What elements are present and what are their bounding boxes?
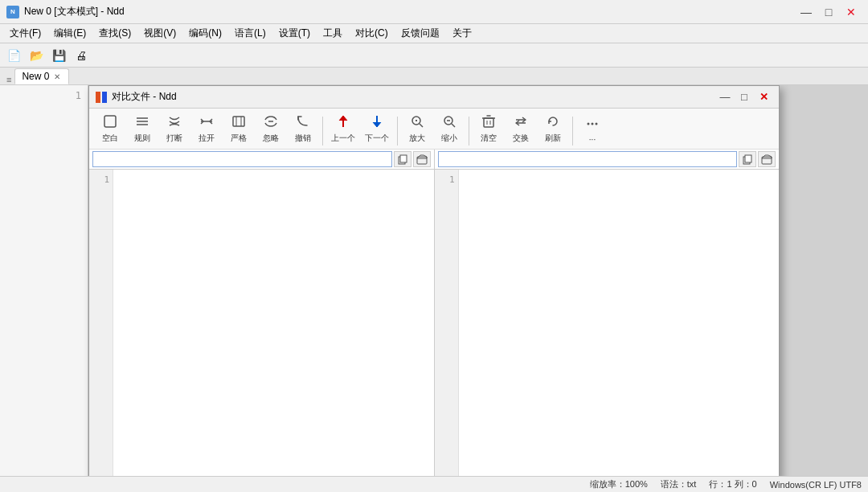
svg-line-23 xyxy=(452,124,455,127)
tab-bar: ≡ New 0 ✕ xyxy=(0,68,868,85)
minimize-button[interactable]: — xyxy=(796,4,817,20)
menu-settings[interactable]: 设置(T) xyxy=(272,25,317,42)
toolbar-separator-4 xyxy=(572,117,573,146)
svg-point-29 xyxy=(588,123,590,125)
tool-undo[interactable]: 撤销 xyxy=(289,112,317,146)
menu-file[interactable]: 文件(F) xyxy=(3,25,47,42)
open-file-button[interactable]: 📂 xyxy=(26,46,47,65)
status-position: 行：1 列：0 xyxy=(709,478,756,490)
tool-strict[interactable]: 严格 xyxy=(224,112,253,146)
ignore-icon xyxy=(263,113,279,132)
zoom-out-icon xyxy=(441,113,457,132)
right-file-input[interactable] xyxy=(438,151,738,167)
line-number-1: 1 xyxy=(3,88,84,103)
left-diff-line-nums: 1 xyxy=(89,170,113,476)
tool-expand[interactable]: 拉开 xyxy=(192,112,221,146)
dialog-minimize-button[interactable]: — xyxy=(716,90,734,105)
svg-point-30 xyxy=(592,123,594,125)
tool-swap[interactable]: 交换 xyxy=(506,112,535,146)
left-file-input[interactable] xyxy=(92,151,392,167)
file-inputs-area xyxy=(89,150,779,170)
svg-rect-34 xyxy=(417,157,427,164)
tab-hamburger-icon[interactable]: ≡ xyxy=(6,75,11,84)
menu-compare[interactable]: 对比(C) xyxy=(349,25,395,42)
tab-new0[interactable]: New 0 ✕ xyxy=(14,68,69,84)
right-diff-text[interactable] xyxy=(459,170,780,476)
menu-view[interactable]: 视图(V) xyxy=(137,25,182,42)
tool-zoom-in-label: 放大 xyxy=(409,133,425,144)
svg-rect-36 xyxy=(745,155,751,162)
tool-break-label: 打断 xyxy=(166,133,182,144)
next-icon xyxy=(369,113,385,132)
swap-icon xyxy=(513,113,529,132)
close-button[interactable]: ✕ xyxy=(841,4,862,20)
maximize-button[interactable]: □ xyxy=(818,4,839,20)
tool-more-label: ··· xyxy=(589,135,596,144)
tool-strict-label: 严格 xyxy=(231,133,247,144)
tool-refresh-label: 刷新 xyxy=(545,133,561,144)
app-toolbar: 📄 📂 💾 🖨 xyxy=(0,43,868,68)
tool-rules-label: 规则 xyxy=(134,133,150,144)
left-file-open-btn[interactable] xyxy=(413,151,431,167)
left-diff-pane: 1 xyxy=(89,170,435,476)
right-file-copy-btn[interactable] xyxy=(739,151,756,167)
tool-clear[interactable]: 清空 xyxy=(474,112,503,146)
tool-prev-label: 上一个 xyxy=(331,133,355,144)
svg-rect-2 xyxy=(104,116,116,127)
menu-feedback[interactable]: 反馈问题 xyxy=(395,25,446,42)
break-icon xyxy=(166,113,182,132)
menu-language[interactable]: 语言(L) xyxy=(228,25,272,42)
app-window: N New 0 [文本模式] - Ndd — □ ✕ 文件(F) 编辑(E) 查… xyxy=(0,0,868,492)
tool-blank[interactable]: 空白 xyxy=(96,112,125,146)
tool-more[interactable]: ··· xyxy=(578,114,607,146)
tool-zoom-in[interactable]: 放大 xyxy=(403,112,432,146)
svg-rect-1 xyxy=(102,92,107,103)
tool-break[interactable]: 打断 xyxy=(160,112,189,146)
status-language: 语法：txt xyxy=(661,478,697,490)
app-icon: N xyxy=(6,6,19,18)
tool-blank-label: 空白 xyxy=(102,133,118,144)
svg-rect-37 xyxy=(762,157,772,164)
clear-icon xyxy=(481,113,497,132)
status-zoom: 缩放率：100% xyxy=(590,478,648,490)
dialog-title-bar: 对比文件 - Ndd — □ ✕ xyxy=(89,86,779,109)
tool-refresh[interactable]: 刷新 xyxy=(538,112,567,146)
dialog-close-button[interactable]: ✕ xyxy=(755,90,772,105)
tab-new0-label: New 0 xyxy=(22,71,49,82)
dialog-maximize-button[interactable]: □ xyxy=(735,90,753,105)
print-button[interactable]: 🖨 xyxy=(71,46,92,65)
toolbar-separator-2 xyxy=(397,117,398,146)
right-line-num-1: 1 xyxy=(435,173,458,187)
tool-zoom-out[interactable]: 缩小 xyxy=(435,112,464,146)
tool-prev[interactable]: 上一个 xyxy=(328,112,358,146)
left-file-copy-btn[interactable] xyxy=(394,151,411,167)
right-file-open-btn[interactable] xyxy=(758,151,776,167)
expand-icon xyxy=(199,113,215,132)
tool-next-label: 下一个 xyxy=(365,133,389,144)
menu-bar: 文件(F) 编辑(E) 查找(S) 视图(V) 编码(N) 语言(L) 设置(T… xyxy=(0,24,868,43)
menu-about[interactable]: 关于 xyxy=(446,25,478,42)
dialog-controls: — □ ✕ xyxy=(716,90,772,105)
menu-edit[interactable]: 编辑(E) xyxy=(47,25,92,42)
menu-encode[interactable]: 编码(N) xyxy=(182,25,228,42)
tool-rules[interactable]: 规则 xyxy=(128,112,157,146)
tab-new0-close[interactable]: ✕ xyxy=(52,72,62,81)
left-editor-panel: 1 xyxy=(0,85,88,476)
menu-search[interactable]: 查找(S) xyxy=(92,25,137,42)
right-file-input-wrapper xyxy=(435,150,780,169)
status-encoding: Windows(CR LF) UTF8 xyxy=(770,480,862,490)
app-title: New 0 [文本模式] - Ndd xyxy=(24,5,796,18)
left-diff-text[interactable] xyxy=(113,170,434,476)
undo-icon xyxy=(295,113,311,132)
prev-icon xyxy=(335,113,351,132)
blank-icon xyxy=(102,113,118,132)
toolbar-separator-1 xyxy=(322,117,323,146)
menu-tools[interactable]: 工具 xyxy=(317,25,349,42)
tool-ignore[interactable]: 忽略 xyxy=(256,112,285,146)
svg-point-31 xyxy=(596,123,598,125)
save-file-button[interactable]: 💾 xyxy=(48,46,69,65)
dialog-toolbar: 空白 规则 xyxy=(89,109,779,150)
new-file-button[interactable]: 📄 xyxy=(3,46,24,65)
tool-next[interactable]: 下一个 xyxy=(362,112,392,146)
title-bar-controls: — □ ✕ xyxy=(796,4,862,20)
